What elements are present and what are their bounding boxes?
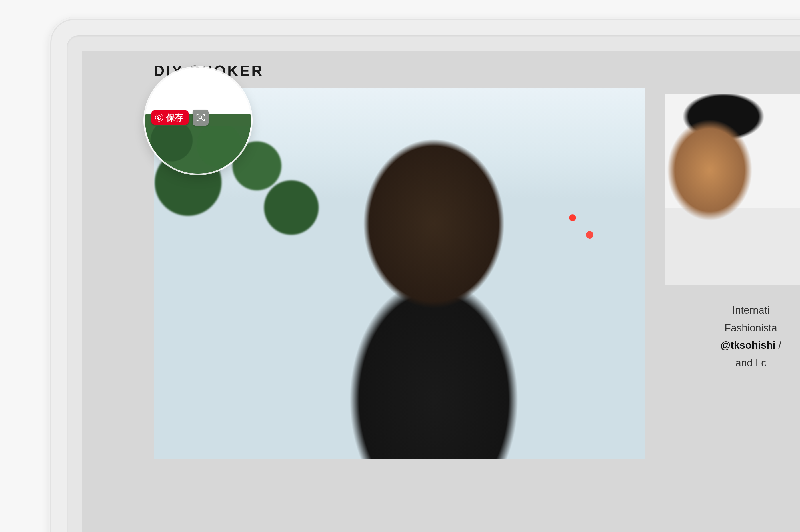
svg-line-2	[201, 118, 203, 119]
bio-handle-suffix: /	[776, 339, 781, 351]
bio-line-1: Internati	[665, 302, 800, 319]
article-column: DIY CHOKER	[154, 62, 639, 459]
magnifier-content: 保存	[145, 68, 251, 173]
device-bezel: DIY CHOKER	[67, 35, 800, 532]
hero-decoration	[569, 214, 576, 222]
bio-line-4: and I c	[665, 355, 800, 371]
sidebar-profile-image[interactable]	[665, 94, 800, 285]
image-overlay-buttons: 保存	[151, 110, 208, 126]
pinterest-icon	[155, 113, 163, 122]
bio-line-3: @tksohishi /	[665, 337, 800, 354]
pinterest-save-label: 保存	[166, 113, 183, 122]
visual-search-button[interactable]	[193, 110, 208, 126]
magnifier-callout: 保存	[145, 68, 251, 173]
sidebar: Internati Fashionista @tksohishi / and I…	[665, 94, 800, 372]
device-frame: DIY CHOKER	[49, 17, 800, 532]
visual-search-icon	[196, 113, 205, 122]
bio-handle[interactable]: @tksohishi	[720, 339, 776, 351]
bio-line-2: Fashionista	[665, 320, 800, 336]
sidebar-bio: Internati Fashionista @tksohishi / and I…	[665, 302, 800, 371]
screen: DIY CHOKER	[82, 51, 800, 532]
webpage: DIY CHOKER	[82, 51, 800, 532]
pinterest-save-button[interactable]: 保存	[151, 111, 188, 125]
hero-image-container: 保存	[154, 88, 645, 459]
